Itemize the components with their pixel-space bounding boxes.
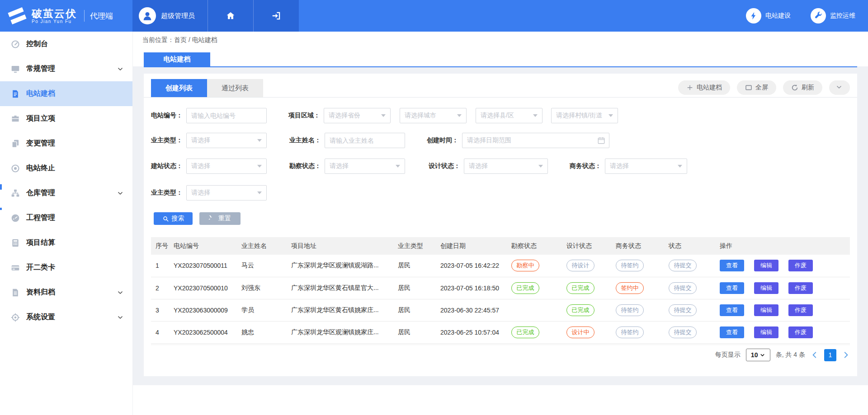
sidebar-item-5[interactable]: 电站终止 [0,156,132,181]
city-select[interactable]: 请选择城市 [400,108,467,123]
column-header: 业主类型 [393,237,436,255]
page-tab-station-archive[interactable]: 电站建档 [144,52,210,66]
sidebar-item-0[interactable]: 控制台 [0,32,132,56]
sidebar-item-3[interactable]: 项目立项 [0,106,132,131]
tab-create-list[interactable]: 创建列表 [151,79,207,97]
content-area: 当前位置：首页 / 电站建档 电站建档 创建列表通过列表 电站建档全屏刷新 电站… [133,32,868,415]
gauge-icon [11,214,20,223]
edit-button[interactable]: 编辑 [754,326,778,338]
view-button[interactable]: 查看 [720,304,744,316]
logout-button[interactable] [253,0,298,32]
sidebar-item-11[interactable]: 系统设置 [0,305,132,330]
county-select[interactable]: 请选择县/区 [476,108,542,123]
view-button[interactable]: 查看 [720,326,744,338]
home-button[interactable] [208,0,253,32]
cell-code: YX2023070500010 [169,277,237,299]
survey-status-badge: 勘察中 [511,260,539,271]
created-range-datepicker[interactable]: 请选择日期范围 [462,133,609,148]
owner-type-2-select[interactable]: 请选择 [186,185,267,201]
owner-type-select[interactable]: 请选择 [186,133,267,148]
station-code-input[interactable] [186,108,267,123]
per-page-label: 每页显示 [715,351,741,359]
sidebar-item-2-active[interactable]: 电站建档 [0,81,132,106]
topnav: 电站建设监控运维 [746,0,855,32]
sidebar-item-4[interactable]: 变更管理 [0,131,132,156]
owner-name-label: 业主姓名： [289,136,321,145]
edit-button[interactable]: 编辑 [754,260,778,271]
cell-type: 居民 [393,255,436,277]
refresh-button[interactable]: 刷新 [783,80,822,95]
breadcrumb-home-link[interactable]: 首页 [174,36,187,43]
page-1-button[interactable]: 1 [824,349,836,361]
edit-button[interactable]: 编辑 [754,304,778,316]
breadcrumb-current: 电站建档 [192,36,217,43]
breadcrumb-label: 当前位置： [142,36,174,43]
cell-owner: 刘强东 [237,277,287,299]
business-status-select[interactable]: 请选择 [605,159,687,174]
sidebar-item-label: 项目结算 [26,238,55,247]
sidebar-item-label: 电站建档 [26,89,55,98]
design-status-select[interactable]: 请选择 [464,159,548,174]
column-header: 项目地址 [287,237,393,255]
cell-created: 2023-06-30 22:45:57 [436,299,507,321]
user-icon [139,7,156,24]
fullscreen-icon [745,84,752,91]
sidebar-item-label: 变更管理 [26,139,55,148]
cell-created: 2023-07-05 16:42:22 [436,255,507,277]
sidebar-item-8[interactable]: 项目结算 [0,230,132,255]
topnav-label: 监控运维 [830,12,855,20]
topnav-item-station-build[interactable]: 电站建设 [746,8,791,23]
status-status-badge: 待提交 [669,326,697,338]
void-button[interactable]: 作废 [788,326,813,338]
owner-name-input[interactable] [325,133,405,148]
home-icon [226,11,236,21]
sidebar-item-9[interactable]: 开二类卡 [0,255,132,280]
view-button[interactable]: 查看 [720,260,744,271]
void-button[interactable]: 作废 [788,260,813,271]
current-user[interactable]: 超级管理员 [132,0,208,32]
chevron-down-icon [117,66,123,72]
sidebar-item-10[interactable]: 资料归档 [0,280,132,305]
void-button[interactable]: 作废 [788,282,813,294]
station-table: 序号电站编号业主姓名项目地址业主类型创建日期勘察状态设计状态商务状态状态操作 1… [151,237,850,344]
per-page-select[interactable]: 10 [746,349,770,361]
brand-subtitle: Po Jian Yun Fu [32,19,77,24]
cell-code: YX2023062500004 [169,321,237,343]
pojian-logo-icon [7,7,27,24]
archive-icon [11,288,20,297]
search-button[interactable]: 搜索 [154,212,193,225]
province-select[interactable]: 请选择省份 [324,108,391,123]
tabs-divider [144,97,857,98]
survey-status-badge: 已完成 [511,282,539,294]
panel-toolbar: 电站建档全屏刷新 [678,80,850,95]
cell-address: 广东深圳龙华区观澜镇姚家庄... [287,321,393,343]
tab-passed-list[interactable]: 通过列表 [207,79,263,97]
town-select[interactable]: 请选择村镇/街道 [551,108,618,123]
cell-type: 居民 [393,277,436,299]
select-caret-icon [609,114,613,117]
table-row: 1YX2023070500011马云广东深圳龙华区观澜镇观湖路...居民2023… [151,255,850,277]
reset-button[interactable]: 重置 [199,212,241,225]
column-header: 序号 [151,237,169,255]
user-name: 超级管理员 [161,12,195,20]
edit-button[interactable]: 编辑 [754,282,778,294]
sidebar-item-6[interactable]: 仓库管理 [0,181,132,205]
sidebar-item-1[interactable]: 常规管理 [0,56,132,81]
select-caret-icon [257,139,262,142]
view-button[interactable]: 查看 [720,282,744,294]
build-status-select[interactable]: 请选择 [186,159,267,174]
survey-status-select[interactable]: 请选择 [325,159,405,174]
fullscreen-button[interactable]: 全屏 [737,80,776,95]
briefcase-icon [11,114,20,123]
collapse-button[interactable] [829,80,850,95]
topnav-item-monitor-ops[interactable]: 监控运维 [811,8,855,23]
panel-tabs: 创建列表通过列表 [151,79,263,97]
next-page-button[interactable] [842,351,850,359]
void-button[interactable]: 作废 [788,304,813,316]
province-label: 项目区域： [288,112,320,120]
bolt-icon [749,11,758,20]
create-station-button[interactable]: 电站建档 [678,80,730,95]
prev-page-button[interactable] [811,351,819,359]
sidebar-item-7[interactable]: 工程管理 [0,205,132,230]
cell-created: 2023-06-25 10:57:04 [436,321,507,343]
